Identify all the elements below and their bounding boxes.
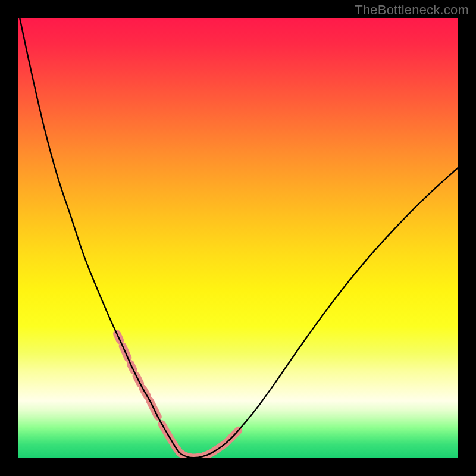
watermark-text: TheBottleneck.com xyxy=(355,2,469,18)
chart-frame: TheBottleneck.com xyxy=(0,0,476,476)
salmon-segments-group xyxy=(117,334,239,458)
bottleneck-curve-svg xyxy=(18,18,458,458)
plot-area xyxy=(18,18,458,458)
bottleneck-curve-path xyxy=(18,18,458,458)
salmon-segment xyxy=(171,440,201,458)
